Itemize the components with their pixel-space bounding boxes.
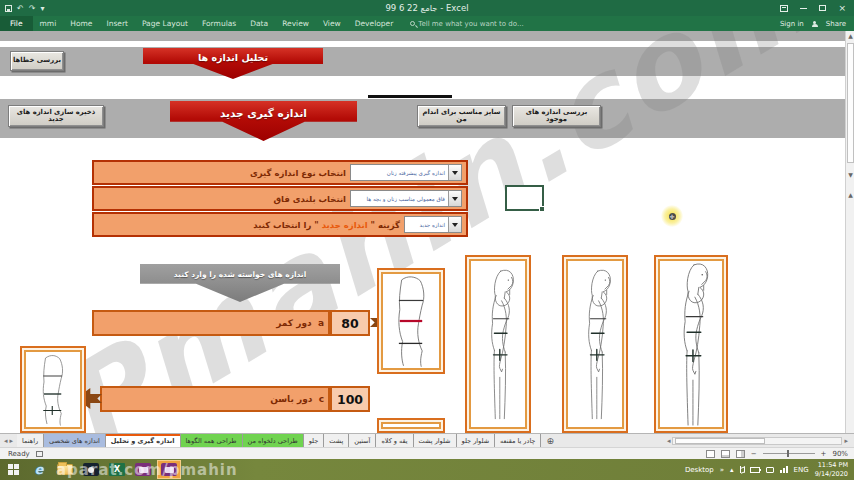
new-size-option-row: گزینه " اندازه جدید " را انتخاب کنید اند… [92,212,468,237]
crotch-height-dropdown-button[interactable] [448,191,461,206]
qat-customize-icon[interactable]: ▾ [40,4,44,13]
tab-review[interactable]: Review [275,16,316,31]
sheet-tab-pants-back[interactable]: شلوار پشت [414,434,457,447]
page-break-view-icon[interactable] [736,450,745,458]
close-button[interactable]: × [838,3,846,13]
crotch-height-dropdown[interactable]: فاق معمولی مناسب زنان و بچه ها [350,190,462,207]
normal-view-icon[interactable] [706,450,715,458]
selected-cell[interactable] [505,185,544,211]
check-errors-button[interactable]: بررسی خطاها [10,51,64,71]
taskbar-clock[interactable]: 11:54 PM 9/14/2020 [815,461,848,478]
new-size-dropdown-button[interactable] [448,217,461,232]
taskbar-item-ie[interactable]: e [27,460,51,479]
hscroll-thumb[interactable] [675,438,765,444]
measure-type-dropdown[interactable]: اندازه گیری پیشرفته زنان [350,164,462,181]
hscroll-track[interactable] [672,437,842,445]
hip-letter: c [319,394,324,404]
hip-figure-box [20,346,86,433]
tell-me-icon [410,21,415,26]
page-layout-view-icon[interactable] [721,450,730,458]
sign-in-link[interactable]: Sign in [780,20,804,28]
sheet-tab-measurement-analysis[interactable]: اندازه گیری و تحلیل [106,434,181,447]
vertical-scroll-thumb[interactable] [847,43,854,163]
vertical-scrollbar[interactable]: ▲ ▼ ▲ [845,31,854,433]
restore-button[interactable] [819,5,826,11]
minimize-button[interactable] [800,8,807,9]
power-plug-icon[interactable] [766,467,774,473]
zoom-slider-thumb[interactable] [787,450,789,457]
scroll-up-icon[interactable]: ▲ [846,32,854,39]
language-indicator[interactable]: ENG [794,466,809,474]
status-bar: Ready − + 90% [0,447,854,459]
sheet-nav-left-icon[interactable]: ◂ [4,437,8,445]
glow-center-icon: ✛ [669,213,676,220]
waist-value-cell[interactable]: 80 [330,310,370,336]
hscroll-right-icon[interactable]: ▸ [844,437,848,445]
zoom-slider[interactable] [763,453,815,454]
taskbar-item-excel[interactable]: X [105,460,129,479]
taskbar-item-explorer[interactable] [53,460,77,479]
zoom-out-button[interactable]: − [751,450,757,458]
tab-page-layout[interactable]: Page Layout [135,16,195,31]
tab-insert[interactable]: Insert [99,16,135,31]
thick-cell-border-line [368,95,452,98]
taskbar-item-recorder-active[interactable] [157,460,181,479]
screen-recorder-icon [135,463,151,476]
save-new-sizes-button[interactable]: ذخیره سازی اندازه های جدید [8,105,104,127]
quick-access-toolbar: ↶ ↷ ▾ [0,4,44,13]
sheet-tab-sleeve[interactable]: آستین [349,434,376,447]
tab-developer[interactable]: Developer [348,16,401,31]
new-sheet-button[interactable]: ⊕ [541,434,559,447]
redo-icon[interactable]: ↷ [29,4,36,13]
new-size-value: اندازه جدید [405,222,448,228]
save-icon[interactable] [5,5,12,12]
review-existing-sizes-button[interactable]: بررسی اندازه های موجود [512,105,601,127]
scroll-up-icon[interactable]: ▲ [846,191,854,198]
sheet-tab-pants-front[interactable]: شلوار جلو [457,434,496,447]
horizontal-scrollbar[interactable]: ◂ ▸ [667,434,854,447]
sheet-tab-front[interactable]: جلو [304,434,325,447]
tab-home[interactable]: Home [63,16,99,31]
sheet-tab-personal-sizes[interactable]: اندازه های شخصی [44,434,106,447]
tab-formulas[interactable]: Formulas [195,16,243,31]
network-signal-icon[interactable] [780,466,788,473]
fit-size-button[interactable]: سایز مناسب برای اندام من [417,105,506,127]
sheet-tab-guide[interactable]: راهنما [17,434,44,447]
tab-mmi[interactable]: mmi [33,16,64,31]
zoom-level[interactable]: 90% [832,450,848,458]
share-button[interactable]: Share [826,20,846,28]
sheet-tab-custom-design[interactable]: طراحی دلخواه من [243,434,304,447]
undo-icon[interactable]: ↶ [17,4,24,13]
sheet-nav-arrows: ◂ ▸ [0,434,17,447]
new-size-dropdown[interactable]: اندازه جدید [404,216,462,233]
crotch-height-label: انتخاب بلندی فاق [94,194,346,204]
hip-label: c دور باسن [264,394,328,404]
tell-me-box[interactable]: Tell me what you want to do... [410,20,523,28]
tab-view[interactable]: View [316,16,348,31]
sheet-tab-all-patterns[interactable]: طراحی همه الگوها [181,434,243,447]
hip-value-cell[interactable]: 100 [330,386,370,412]
sheet-tab-collar-hat[interactable]: یقه و کلاه [376,434,413,447]
taskbar-item-recorder[interactable] [131,460,155,479]
scroll-down-icon[interactable]: ▼ [846,171,854,178]
tray-expand-icon[interactable]: ▴ [730,466,734,474]
battery-icon[interactable] [750,467,760,473]
desktop-toolbar-label[interactable]: Desktop [685,466,714,474]
bluetooth-icon[interactable] [740,466,744,473]
measure-type-value: اندازه گیری پیشرفته زنان [351,170,448,176]
ribbon-display-options-icon[interactable] [780,5,788,12]
crotch-height-value: فاق معمولی مناسب زنان و بچه ها [351,196,448,202]
hscroll-left-icon[interactable]: ◂ [667,437,671,445]
tab-file[interactable]: File [0,16,33,31]
sheet-nav-right-icon[interactable]: ▸ [10,437,14,445]
taskbar-item-media-app[interactable] [79,460,103,479]
zoom-in-button[interactable]: + [821,450,827,458]
macro-record-icon[interactable] [36,451,43,457]
sheet-tab-chador[interactable]: چادر یا مقنعه [495,434,541,447]
toolbar-chevrons-icon[interactable]: » [720,466,724,474]
start-button[interactable] [1,460,25,479]
measure-type-dropdown-button[interactable] [448,165,461,180]
tab-data[interactable]: Data [243,16,275,31]
sheet-tab-back[interactable]: پشت [324,434,349,447]
crotch-height-row: انتخاب بلندی فاق فاق معمولی مناسب زنان و… [92,186,468,211]
